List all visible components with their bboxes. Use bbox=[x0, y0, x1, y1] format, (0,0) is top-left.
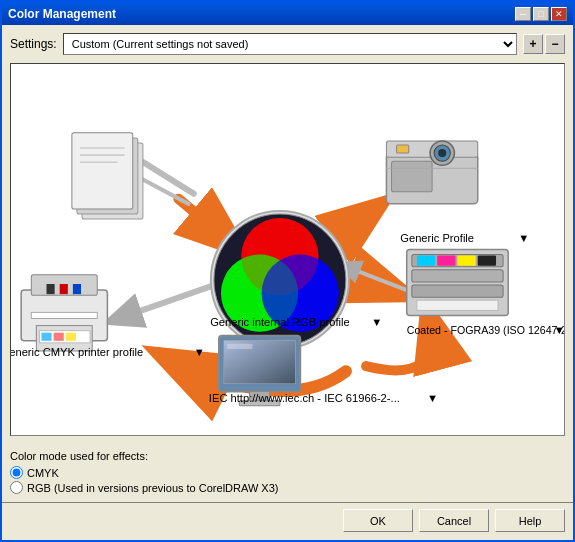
svg-text:▼: ▼ bbox=[427, 392, 438, 404]
svg-rect-41 bbox=[437, 256, 455, 266]
window-title: Color Management bbox=[8, 7, 116, 21]
settings-controls: + − bbox=[523, 34, 565, 54]
svg-text:Generic CMYK printer profile: Generic CMYK printer profile bbox=[11, 346, 143, 358]
rgb-color-circles bbox=[211, 211, 349, 349]
settings-label: Settings: bbox=[10, 37, 57, 51]
svg-text:▼: ▼ bbox=[371, 316, 382, 328]
svg-text:▼: ▼ bbox=[554, 324, 564, 336]
cmyk-radio[interactable] bbox=[10, 466, 23, 479]
scanner-icon bbox=[72, 133, 143, 219]
svg-text:Generic internal RGB profile: Generic internal RGB profile bbox=[210, 316, 350, 328]
cmyk-radio-label: CMYK bbox=[27, 467, 59, 479]
press-icon bbox=[407, 250, 508, 316]
rgb-radio-label: RGB (Used in versions previous to CorelD… bbox=[27, 482, 278, 494]
svg-rect-28 bbox=[31, 312, 97, 318]
svg-text:▼: ▼ bbox=[518, 232, 529, 244]
help-button[interactable]: Help bbox=[495, 509, 565, 532]
cmyk-radio-row: CMYK bbox=[10, 466, 565, 479]
maximize-button[interactable]: □ bbox=[533, 7, 549, 21]
color-mode-label: Color mode used for effects: bbox=[10, 450, 565, 462]
svg-point-13 bbox=[438, 149, 446, 157]
scanner-camera-icon bbox=[386, 141, 477, 204]
svg-rect-5 bbox=[72, 133, 133, 209]
svg-rect-44 bbox=[417, 300, 498, 310]
color-mode-section: Color mode used for effects: CMYK RGB (U… bbox=[2, 444, 573, 502]
svg-rect-38 bbox=[412, 270, 503, 282]
color-management-window: Color Management ─ □ ✕ Settings: Custom … bbox=[0, 0, 575, 542]
svg-rect-34 bbox=[60, 284, 68, 294]
svg-text:Generic Profile: Generic Profile bbox=[400, 232, 474, 244]
dialog-content: Settings: Custom (Current settings not s… bbox=[2, 25, 573, 444]
svg-rect-40 bbox=[417, 256, 435, 266]
svg-rect-43 bbox=[478, 256, 496, 266]
svg-rect-14 bbox=[397, 145, 409, 153]
remove-setting-button[interactable]: − bbox=[545, 34, 565, 54]
settings-select[interactable]: Custom (Current settings not saved) bbox=[63, 33, 517, 55]
svg-rect-30 bbox=[41, 333, 51, 341]
diagram-svg: Generic internal RGB profile ▼ Generic P… bbox=[11, 64, 564, 435]
svg-text:▼: ▼ bbox=[194, 346, 205, 358]
ok-button[interactable]: OK bbox=[343, 509, 413, 532]
title-bar: Color Management ─ □ ✕ bbox=[2, 3, 573, 25]
button-row: OK Cancel Help bbox=[2, 502, 573, 540]
rgb-radio-row: RGB (Used in versions previous to CorelD… bbox=[10, 481, 565, 494]
window-controls: ─ □ ✕ bbox=[515, 7, 567, 21]
svg-rect-42 bbox=[457, 256, 475, 266]
svg-rect-32 bbox=[66, 333, 76, 341]
cancel-button[interactable]: Cancel bbox=[419, 509, 489, 532]
rgb-radio[interactable] bbox=[10, 481, 23, 494]
svg-rect-35 bbox=[73, 284, 81, 294]
svg-rect-50 bbox=[227, 344, 252, 349]
svg-text:IEC http://www.iec.ch - IEC 61: IEC http://www.iec.ch - IEC 61966-2-... bbox=[209, 392, 400, 404]
minimize-button[interactable]: ─ bbox=[515, 7, 531, 21]
svg-rect-33 bbox=[47, 284, 55, 294]
color-profile-diagram: Generic internal RGB profile ▼ Generic P… bbox=[10, 63, 565, 436]
svg-rect-39 bbox=[412, 285, 503, 297]
svg-text:Coated - FOGRA39 (ISO 12647-2:: Coated - FOGRA39 (ISO 12647-2:2004) bbox=[407, 324, 564, 336]
svg-rect-31 bbox=[54, 333, 64, 341]
add-setting-button[interactable]: + bbox=[523, 34, 543, 54]
svg-rect-15 bbox=[392, 161, 433, 191]
printer-icon bbox=[21, 275, 107, 351]
close-button[interactable]: ✕ bbox=[551, 7, 567, 21]
settings-row: Settings: Custom (Current settings not s… bbox=[10, 33, 565, 55]
